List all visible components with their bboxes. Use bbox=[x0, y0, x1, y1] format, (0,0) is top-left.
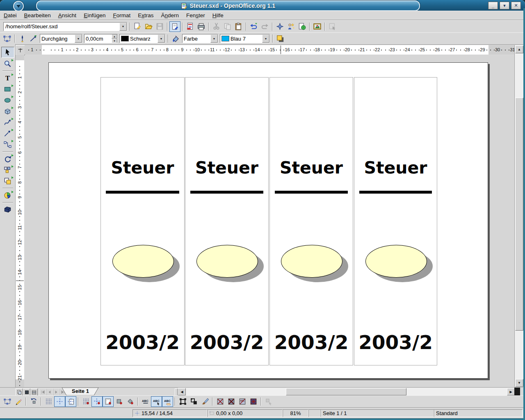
tool-alignment[interactable] bbox=[2, 165, 14, 175]
label-column-4[interactable]: Steuer2003/2 bbox=[354, 77, 437, 365]
url-input[interactable] bbox=[4, 23, 119, 30]
tool-rotate[interactable] bbox=[2, 154, 14, 164]
scroll-left-button[interactable]: ◀ bbox=[178, 388, 186, 395]
horizontal-scroll-thumb[interactable] bbox=[286, 388, 406, 395]
edit-points-button[interactable] bbox=[2, 33, 13, 44]
label-code[interactable]: 2003/2 bbox=[270, 331, 353, 354]
minimize-button[interactable]: _ bbox=[488, 2, 498, 9]
vertical-scroll-thumb[interactable] bbox=[515, 98, 523, 331]
label-code[interactable]: 2003/2 bbox=[185, 331, 268, 354]
label-code[interactable]: 2003/2 bbox=[101, 331, 184, 354]
print-button[interactable] bbox=[196, 21, 207, 32]
edit-points-button[interactable] bbox=[2, 396, 13, 407]
abc-underline-button[interactable]: ABC bbox=[140, 396, 151, 407]
label-title[interactable]: Steuer bbox=[270, 158, 353, 178]
quick-edit-button[interactable] bbox=[13, 396, 24, 407]
label-ellipse[interactable] bbox=[112, 245, 174, 278]
line-color-combo[interactable]: Schwarz▼ bbox=[119, 34, 165, 43]
spin-down-icon[interactable]: ▼ bbox=[112, 39, 117, 43]
tool-insert[interactable] bbox=[2, 190, 14, 201]
window-menu-button[interactable] bbox=[13, 1, 24, 11]
line-color-dropdown-button[interactable]: ▼ bbox=[158, 34, 165, 43]
status-modified-cell[interactable] bbox=[308, 409, 322, 417]
fill-style-combo[interactable]: Farbe▼ bbox=[182, 34, 218, 43]
label-underline[interactable] bbox=[190, 191, 263, 194]
fill-can-button[interactable] bbox=[170, 33, 181, 44]
open-button[interactable] bbox=[143, 21, 154, 32]
fill-style-dropdown-button[interactable]: ▼ bbox=[210, 34, 218, 43]
menu-format[interactable]: Format bbox=[109, 11, 134, 20]
status-size-cell[interactable]: 0,00 x 0,00 bbox=[207, 409, 283, 417]
hyperlink-doc-button[interactable] bbox=[297, 21, 308, 32]
label-column-2[interactable]: Steuer2003/2 bbox=[185, 77, 269, 365]
tab-seite-1[interactable]: Seite 1 bbox=[62, 388, 99, 396]
export-pdf-button[interactable] bbox=[185, 21, 196, 32]
helplines-front-button[interactable] bbox=[65, 396, 76, 407]
helplines-visible-button[interactable] bbox=[54, 396, 65, 407]
text-placeholder-button[interactable]: ABC bbox=[237, 396, 248, 407]
abc-cursor-button[interactable]: ABC bbox=[151, 396, 162, 407]
vertical-scrollbar[interactable]: ▲ ▼ bbox=[514, 45, 523, 387]
exit-all-groups-button[interactable] bbox=[188, 396, 199, 407]
url-dropdown-button[interactable]: ▼ bbox=[119, 23, 127, 31]
status-zoom-cell[interactable]: 81% bbox=[283, 409, 308, 417]
undo-button[interactable] bbox=[248, 21, 259, 32]
snap-points-button[interactable] bbox=[125, 396, 136, 407]
navigator-button[interactable] bbox=[274, 21, 285, 32]
scroll-up-button[interactable]: ▲ bbox=[515, 46, 523, 53]
vertical-ruler[interactable]: 123456789101112131415161718192021 bbox=[16, 55, 24, 387]
tool-curve[interactable] bbox=[2, 117, 14, 128]
line-width-spin-buttons[interactable]: ▲▼ bbox=[112, 34, 117, 43]
status-style-cell[interactable]: Standard bbox=[434, 409, 523, 417]
status-page-cell[interactable]: Seite 1 / 1 bbox=[321, 409, 435, 417]
menu-extras[interactable]: Extras bbox=[134, 11, 157, 20]
document-page[interactable]: Steuer2003/2Steuer2003/2Steuer2003/2Steu… bbox=[48, 62, 488, 379]
master-mode-button[interactable] bbox=[23, 388, 30, 396]
shadow-button[interactable] bbox=[275, 33, 286, 44]
label-title[interactable]: Steuer bbox=[354, 158, 437, 178]
label-ellipse[interactable] bbox=[365, 245, 427, 278]
tool-select[interactable] bbox=[1, 47, 14, 58]
menu-datei[interactable]: Datei bbox=[0, 11, 21, 20]
tool-rectangle[interactable] bbox=[2, 84, 14, 94]
fill-color-dropdown-button[interactable]: ▼ bbox=[262, 34, 269, 43]
label-underline[interactable] bbox=[106, 191, 179, 194]
label-column-1[interactable]: Steuer2003/2 bbox=[100, 77, 185, 365]
line-placeholder-button[interactable] bbox=[248, 396, 259, 407]
menu-ndern[interactable]: Ändern bbox=[158, 11, 183, 20]
scroll-right-button[interactable]: ▶ bbox=[507, 388, 515, 395]
drawing-canvas[interactable]: Steuer2003/2Steuer2003/2Steuer2003/2Steu… bbox=[25, 55, 514, 387]
snap-lines-button[interactable] bbox=[91, 396, 103, 407]
label-underline[interactable] bbox=[275, 191, 348, 194]
tool-text[interactable]: T bbox=[2, 73, 14, 83]
line-width-combo[interactable]: 0,00cm▲▼ bbox=[84, 34, 118, 43]
tool-arrange[interactable] bbox=[2, 176, 14, 186]
picture-placeholder-button[interactable] bbox=[215, 396, 226, 407]
load-url-combo[interactable]: ▼ bbox=[3, 22, 127, 31]
close-button[interactable]: ✕ bbox=[511, 2, 521, 9]
grid-visible-button[interactable] bbox=[43, 396, 54, 407]
window-resize-corner[interactable] bbox=[514, 388, 520, 396]
menu-hilfe[interactable]: Hilfe bbox=[209, 11, 227, 20]
brush-button[interactable] bbox=[199, 396, 210, 407]
tool-objects-3d[interactable] bbox=[2, 106, 14, 116]
label-column-3[interactable]: Steuer2003/2 bbox=[269, 77, 353, 365]
label-title[interactable]: Steuer bbox=[101, 158, 184, 178]
snap-margins-button[interactable] bbox=[103, 396, 114, 407]
tool-connector[interactable] bbox=[2, 139, 14, 150]
pen-button[interactable] bbox=[17, 33, 28, 44]
new-doc-button[interactable] bbox=[132, 21, 143, 32]
horizontal-ruler[interactable]: 1123456789101112131415161718192021222324… bbox=[25, 45, 514, 55]
tab-splitter[interactable] bbox=[175, 388, 178, 396]
maximize-button[interactable]: ▼ bbox=[500, 2, 509, 9]
menu-einfgen[interactable]: Einfügen bbox=[80, 11, 109, 20]
label-code[interactable]: 2003/2 bbox=[354, 331, 437, 354]
line-style-dropdown-button[interactable]: ▼ bbox=[75, 34, 82, 43]
tool-ellipse[interactable] bbox=[2, 95, 14, 105]
tool-zoom[interactable] bbox=[2, 59, 14, 69]
insert-image-button[interactable] bbox=[312, 21, 323, 32]
layer-mode-button[interactable] bbox=[30, 388, 38, 396]
rotation-mode-button[interactable] bbox=[28, 396, 39, 407]
paste-button[interactable] bbox=[233, 21, 244, 32]
menu-bearbeiten[interactable]: Bearbeiten bbox=[21, 11, 55, 20]
